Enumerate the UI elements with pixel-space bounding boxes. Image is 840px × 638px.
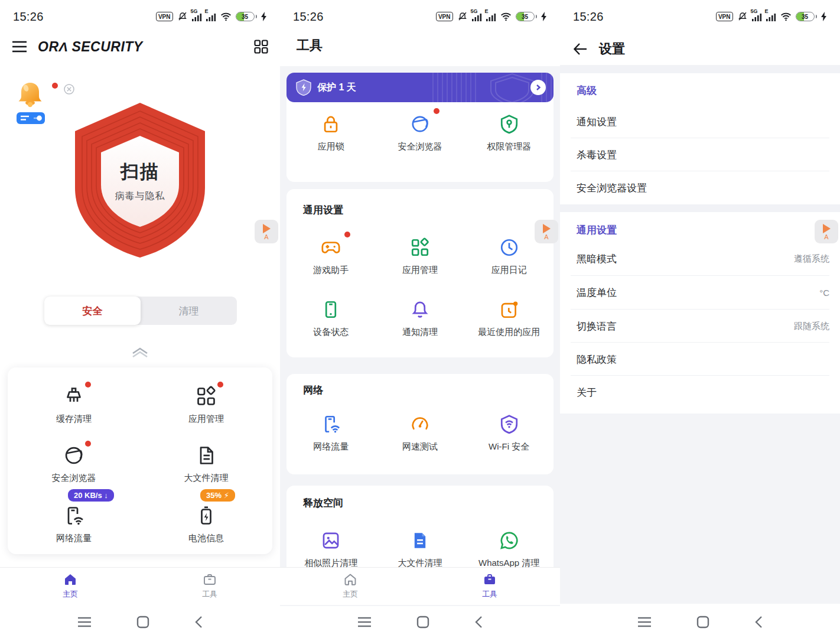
menu-icon[interactable] — [12, 41, 27, 53]
android-nav — [280, 606, 560, 638]
alert-dot — [217, 382, 223, 388]
triple-screenshot-canvas: 15:26 VPN 5G E 35 ORΛ SECURITY — [0, 0, 840, 638]
section-title: 网络 — [303, 383, 323, 397]
page-title: 工具 — [297, 37, 323, 54]
browser-icon — [63, 445, 84, 466]
battery-icon: 35 — [516, 12, 535, 21]
overlay-play-marker[interactable]: A — [815, 220, 838, 243]
settings-row-about[interactable]: 关于 — [560, 376, 840, 409]
setting-value: 遵循系统 — [794, 253, 829, 265]
settings-row-dark-mode[interactable]: 黑暗模式 遵循系统 — [560, 242, 840, 275]
image-icon — [321, 530, 341, 551]
settings-row-temp-unit[interactable]: 温度单位 °C — [560, 276, 840, 309]
home-square-icon[interactable] — [416, 615, 430, 629]
battery-badge: 35% ⚡ — [200, 489, 235, 502]
tool-big-file-clean[interactable]: 大文件清理 — [376, 529, 465, 569]
home-square-icon[interactable] — [696, 615, 710, 629]
feature-cache-clean[interactable]: 缓存清理 — [8, 385, 140, 425]
tab-clean[interactable]: 清理 — [141, 297, 237, 325]
protection-banner[interactable]: 保护 1 天 — [286, 73, 554, 102]
feature-secure-browser[interactable]: 安全浏览器 — [8, 444, 140, 484]
tab-security[interactable]: 安全 — [44, 297, 141, 325]
tool-device-status[interactable]: 设备状态 — [286, 298, 376, 338]
bell-3d-icon — [15, 80, 45, 111]
battery-bolt-icon — [196, 505, 217, 526]
signal-5g-icon: 5G — [472, 12, 482, 21]
tool-app-lock[interactable]: 应用锁 — [286, 113, 376, 152]
app-logo: ORΛ SECURITY — [38, 39, 143, 55]
briefcase-icon — [483, 572, 497, 587]
tool-wifi-security[interactable]: Wi-Fi 安全 — [464, 413, 554, 453]
battery-icon: 35 — [236, 12, 255, 21]
chevron-double-up-icon — [129, 346, 151, 358]
home-square-icon[interactable] — [136, 615, 150, 629]
back-icon[interactable] — [194, 615, 203, 629]
section-divider — [560, 65, 840, 73]
back-arrow-icon[interactable] — [573, 43, 587, 56]
nav-home[interactable]: 主页 — [324, 572, 377, 600]
feature-battery-info[interactable]: 35% ⚡ 电池信息 — [140, 504, 272, 544]
overlay-play-marker[interactable]: A — [255, 220, 278, 243]
banner-go-button[interactable] — [530, 80, 546, 95]
status-bar: 15:26 VPN 5G E 35 — [280, 0, 560, 33]
clock-text: 15:26 — [573, 10, 604, 24]
dashboard-grid-icon[interactable] — [254, 40, 268, 54]
alert-dot — [85, 382, 91, 388]
android-nav — [560, 606, 840, 638]
group-title-general: 通用设置 — [577, 223, 617, 237]
collapse-handle[interactable] — [0, 346, 280, 358]
shield-key-icon — [499, 114, 519, 134]
scan-shield-button[interactable]: 扫描 病毒与隐私 — [69, 98, 211, 262]
clock-icon — [499, 237, 519, 258]
nav-tools[interactable]: 工具 — [183, 572, 236, 600]
protection-label: 保护 1 天 — [317, 82, 356, 94]
settings-row-notification[interactable]: 通知设置 — [560, 105, 840, 138]
nav-home[interactable]: 主页 — [44, 572, 97, 600]
android-nav — [0, 606, 280, 638]
screen-tools: 15:26 VPN 5G E 35 工具 保护 1 天 — [280, 0, 560, 638]
tool-secure-browser[interactable]: 安全浏览器 — [376, 113, 465, 152]
back-icon[interactable] — [754, 615, 763, 629]
gamepad-icon — [321, 237, 341, 258]
scan-shield-text: 扫描 病毒与隐私 — [69, 160, 211, 203]
recents-icon[interactable] — [77, 616, 92, 628]
tool-network-traffic[interactable]: 网络流量 — [286, 413, 376, 453]
feature-network-traffic[interactable]: 20 KB/s ↓ 网络流量 — [8, 504, 140, 544]
protection-card: 保护 1 天 应用锁 — [286, 73, 554, 182]
settings-row-browser[interactable]: 安全浏览器设置 — [560, 171, 840, 204]
tool-app-manage[interactable]: 应用管理 — [376, 236, 465, 276]
close-icon[interactable] — [64, 84, 74, 95]
settings-row-antivirus[interactable]: 杀毒设置 — [560, 138, 840, 171]
status-bar: 15:26 VPN 5G E 35 — [0, 0, 280, 33]
settings-row-privacy[interactable]: 隐私政策 — [560, 343, 840, 376]
tool-similar-photos[interactable]: 相似照片清理 — [286, 529, 376, 569]
play-icon — [823, 224, 831, 233]
nav-tools[interactable]: 工具 — [463, 572, 516, 600]
back-icon[interactable] — [474, 615, 483, 629]
settings-row-language[interactable]: 切换语言 跟随系统 — [560, 310, 840, 343]
vpn-icon: VPN — [716, 12, 733, 21]
traffic-badge: 20 KB/s ↓ — [68, 489, 114, 502]
mute-bell-icon — [457, 11, 468, 22]
notification-toggle-icon — [17, 112, 45, 124]
feature-card: 缓存清理 应用管理 安全浏览器 大文 — [8, 367, 272, 554]
recents-icon[interactable] — [357, 616, 372, 628]
overlay-play-marker[interactable]: A — [535, 220, 558, 243]
screen-home: 15:26 VPN 5G E 35 ORΛ SECURITY — [0, 0, 280, 638]
screen-settings: 15:26 VPN 5G E 35 设置 高级 通知设置 杀毒设置 — [560, 0, 840, 638]
feature-app-manage[interactable]: 应用管理 — [140, 385, 272, 425]
general-settings-card: 通用设置 游戏助手 应用管理 应用日记 — [286, 189, 554, 357]
recents-icon[interactable] — [637, 616, 652, 628]
mute-bell-icon — [737, 11, 748, 22]
tool-speed-test[interactable]: 网速测试 — [376, 413, 465, 453]
apps-grid-icon — [410, 237, 430, 258]
wifi-icon — [500, 12, 512, 21]
vpn-icon: VPN — [436, 12, 453, 21]
feature-big-file-clean[interactable]: 大文件清理 — [140, 444, 272, 484]
tool-notification-clean[interactable]: 通知清理 — [376, 298, 465, 338]
tool-whatsapp-clean[interactable]: WhatsApp 清理 — [464, 529, 554, 569]
storage-card: 释放空间 相似照片清理 大文件清理 WhatsApp 清理 — [286, 486, 554, 574]
tool-permission-manager[interactable]: 权限管理器 — [464, 113, 554, 152]
tool-recent-apps[interactable]: 最近使用的应用 — [464, 298, 554, 338]
tool-game-assistant[interactable]: 游戏助手 — [286, 236, 376, 276]
